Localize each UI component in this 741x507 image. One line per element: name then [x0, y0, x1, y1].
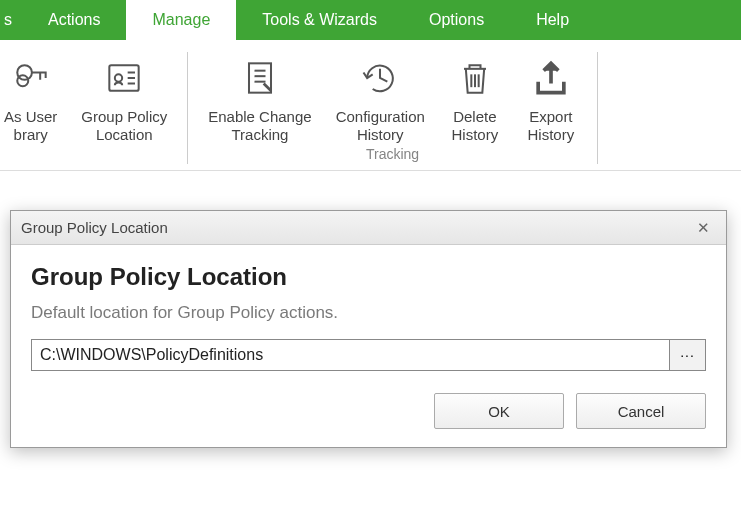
- ribbon-label: Configuration History: [336, 108, 425, 144]
- card-icon: [98, 52, 150, 104]
- close-button[interactable]: ✕: [690, 217, 716, 239]
- svg-point-1: [17, 75, 28, 86]
- ribbon-btn-group-policy-location[interactable]: Group Policy Location: [69, 52, 179, 144]
- path-input[interactable]: [31, 339, 670, 371]
- ribbon-group-label: [88, 146, 92, 164]
- menubar: s Actions Manage Tools & Wizards Options…: [0, 0, 741, 40]
- export-icon: [525, 52, 577, 104]
- ribbon-group-1: As User brary Group Policy Location: [0, 52, 179, 164]
- menu-item-options[interactable]: Options: [403, 0, 510, 40]
- ribbon-btn-enable-change-tracking[interactable]: Enable Change Tracking: [196, 52, 323, 144]
- group-policy-location-dialog: Group Policy Location ✕ Group Policy Loc…: [10, 210, 727, 448]
- ribbon-btn-export-history[interactable]: Export History: [513, 52, 589, 144]
- ribbon-separator: [187, 52, 188, 164]
- cancel-button[interactable]: Cancel: [576, 393, 706, 429]
- ribbon-btn-as-user-library[interactable]: As User brary: [0, 52, 69, 144]
- dialog-title: Group Policy Location: [21, 219, 690, 236]
- ribbon-group-2: Enable Change Tracking Configuration His…: [196, 52, 589, 164]
- ribbon-separator: [597, 52, 598, 164]
- dialog-titlebar: Group Policy Location ✕: [11, 211, 726, 245]
- dialog-button-row: OK Cancel: [31, 393, 706, 429]
- trash-icon: [449, 52, 501, 104]
- ribbon-label: Enable Change Tracking: [208, 108, 311, 144]
- ribbon-btn-delete-history[interactable]: Delete History: [437, 52, 513, 144]
- browse-button[interactable]: ···: [670, 339, 706, 371]
- document-icon: [234, 52, 286, 104]
- dialog-heading: Group Policy Location: [31, 263, 706, 291]
- ribbon-label: Group Policy Location: [81, 108, 167, 144]
- menu-item-tools-wizards[interactable]: Tools & Wizards: [236, 0, 403, 40]
- close-icon: ✕: [697, 219, 710, 237]
- menu-item-help[interactable]: Help: [510, 0, 595, 40]
- dialog-description: Default location for Group Policy action…: [31, 303, 706, 323]
- ribbon-label: Delete History: [452, 108, 499, 144]
- key-icon: [5, 52, 57, 104]
- ok-button[interactable]: OK: [434, 393, 564, 429]
- ribbon-label: Export History: [528, 108, 575, 144]
- ribbon-btn-configuration-history[interactable]: Configuration History: [324, 52, 437, 144]
- menu-item-actions[interactable]: Actions: [22, 0, 126, 40]
- ribbon-group-label: Tracking: [366, 146, 419, 164]
- menu-item-partial[interactable]: s: [0, 0, 22, 40]
- history-icon: [354, 52, 406, 104]
- ribbon-label: As User brary: [4, 108, 57, 144]
- path-row: ···: [31, 339, 706, 371]
- dialog-body: Group Policy Location Default location f…: [11, 245, 726, 447]
- menu-item-manage[interactable]: Manage: [126, 0, 236, 40]
- svg-point-3: [115, 74, 122, 81]
- ribbon-toolbar: As User brary Group Policy Location Enab…: [0, 40, 741, 171]
